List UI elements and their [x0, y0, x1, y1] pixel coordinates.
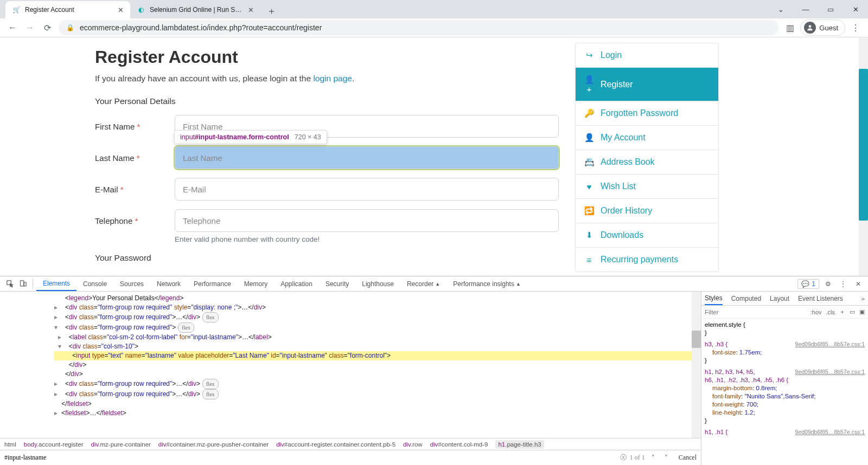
label-lastname: Last Name: [95, 153, 175, 163]
input-email[interactable]: [175, 178, 559, 201]
devtools-tab-memory[interactable]: Memory: [238, 276, 274, 291]
find-prev-icon[interactable]: ˄: [648, 453, 658, 463]
reload-button[interactable]: ⟳: [41, 22, 53, 34]
sidebar-item-label: Order History: [601, 206, 652, 216]
svg-rect-3: [24, 282, 26, 286]
devtools-tab-lighthouse[interactable]: Lighthouse: [355, 276, 400, 291]
sidebar-item-login[interactable]: ↪Login: [576, 43, 718, 68]
cls-toggle[interactable]: .cls: [826, 309, 835, 315]
find-cancel-button[interactable]: Cancel: [679, 454, 697, 462]
sidebar-item-recurring-payments[interactable]: ≡Recurring payments: [576, 248, 718, 272]
chrome-menu-icon[interactable]: ⋮: [850, 22, 861, 34]
guest-profile-chip[interactable]: Guest: [800, 20, 845, 36]
dom-scrollbar[interactable]: [692, 292, 701, 438]
crumb[interactable]: div#account-register.container.content.p…: [276, 441, 395, 448]
devtools-tab-performance[interactable]: Performance: [187, 276, 238, 291]
dom-breadcrumb[interactable]: html body.account-register div.mz-pure-c…: [0, 438, 701, 450]
sidebar-item-my-account[interactable]: 👤My Account: [576, 126, 718, 150]
styles-tab-layout[interactable]: Layout: [770, 295, 789, 302]
window-maximize-icon[interactable]: ▭: [818, 0, 843, 18]
issues-button[interactable]: 💬1: [797, 279, 819, 289]
devtools-tab-elements[interactable]: Elements: [36, 276, 76, 291]
sidebar-item-register[interactable]: 👤+Register: [576, 68, 718, 101]
side-panel-icon[interactable]: ▥: [784, 22, 796, 34]
devtools-settings-icon[interactable]: ⚙: [821, 277, 834, 290]
crumb[interactable]: body.account-register: [24, 441, 84, 448]
rule-source-link[interactable]: 9ed09db6f85…8b57e.css:1: [795, 368, 865, 376]
devtools-tab-console[interactable]: Console: [76, 276, 113, 291]
tooltip-selector: input#input-lastname.form-control: [180, 133, 289, 141]
sidebar-item-forgotten-password[interactable]: 🔑Forgotten Password: [576, 101, 718, 126]
window-close-icon[interactable]: ✕: [843, 0, 868, 18]
rule-source-link[interactable]: 9ed09db6f85…8b57e.css:1: [795, 428, 865, 436]
find-input[interactable]: [4, 454, 617, 462]
devtools-close-icon[interactable]: ✕: [852, 277, 865, 290]
sidebar-item-wish-list[interactable]: ♥Wish List: [576, 175, 718, 199]
crumb[interactable]: div#container.mz-pure-pusher-container: [158, 441, 269, 448]
telephone-help-text: Enter valid phone number with country co…: [175, 235, 559, 243]
crumb[interactable]: div.row: [403, 441, 423, 448]
devtools-tabs: Elements Console Sources Network Perform…: [36, 276, 527, 291]
page-scrollbar-thumb[interactable]: [859, 69, 868, 221]
styles-tab-computed[interactable]: Computed: [731, 295, 761, 302]
input-telephone[interactable]: [175, 209, 559, 232]
sidebar-item-order-history[interactable]: 🔁Order History: [576, 199, 718, 223]
styles-tab-styles[interactable]: Styles: [705, 294, 723, 305]
crumb[interactable]: div.mz-pure-container: [91, 441, 150, 448]
label-email: E-Mail: [95, 185, 175, 194]
login-page-link[interactable]: login page: [313, 74, 352, 83]
computed-toggle-icon[interactable]: ▭: [850, 308, 855, 315]
devtools-tab-recorder[interactable]: Recorder▲: [400, 276, 446, 291]
hov-toggle[interactable]: :hov: [810, 309, 822, 315]
legend-personal-details: Your Personal Details: [95, 96, 559, 106]
input-lastname[interactable]: [175, 146, 559, 169]
key-icon: 🔑: [584, 108, 594, 118]
rule-close: }: [705, 357, 865, 365]
inspect-element-icon[interactable]: [3, 277, 16, 290]
styles-filter-input[interactable]: [705, 309, 806, 315]
prop-name: font-weight: [712, 401, 743, 408]
styles-more-tabs-icon[interactable]: »: [861, 295, 865, 302]
new-tab-button[interactable]: ＋: [264, 3, 279, 18]
address-field[interactable]: 🔒 ecommerce-playground.lambdatest.io/ind…: [59, 20, 778, 35]
devtools-tab-security[interactable]: Security: [319, 276, 355, 291]
new-rule-icon[interactable]: ＋: [839, 308, 845, 316]
row-telephone: Telephone: [95, 209, 559, 232]
favicon-icon: ◐: [137, 5, 145, 14]
tab-selenium-grid[interactable]: ◐ Selenium Grid Online | Run Selen ✕: [130, 1, 260, 18]
crumb[interactable]: h1.page-title.h3: [495, 440, 544, 449]
forward-button[interactable]: →: [24, 22, 36, 34]
styles-tab-event-listeners[interactable]: Event Listeners: [798, 295, 843, 302]
tabs-dropdown-icon[interactable]: ⌄: [768, 0, 793, 18]
devtools-tab-perf-insights[interactable]: Performance insights▲: [446, 276, 527, 291]
styles-rules[interactable]: element.style { } h3, .h3 {9ed09db6f85…8…: [701, 319, 868, 465]
devtools-tab-sources[interactable]: Sources: [113, 276, 150, 291]
window-minimize-icon[interactable]: —: [793, 0, 818, 18]
page-scrollbar[interactable]: [859, 37, 868, 276]
prop-name: font-size: [712, 349, 736, 356]
back-button[interactable]: ←: [7, 22, 18, 34]
tab-close-icon[interactable]: ✕: [248, 6, 254, 14]
row-email: E-Mail: [95, 178, 559, 201]
rendering-icon[interactable]: ▣: [859, 308, 865, 315]
crumb[interactable]: div#content.col-md-9: [430, 441, 488, 448]
find-clear-icon[interactable]: ⓧ: [620, 453, 627, 462]
tab-register-account[interactable]: 🛒 Register Account ✕: [5, 1, 130, 18]
device-toolbar-icon[interactable]: [16, 277, 29, 290]
sidebar-item-downloads[interactable]: ⬇Downloads: [576, 223, 718, 248]
devtools-tab-application[interactable]: Application: [274, 276, 319, 291]
heart-icon: ♥: [584, 182, 594, 191]
tab-close-icon[interactable]: ✕: [118, 6, 124, 14]
main-column: Register Account If you already have an …: [95, 43, 559, 272]
window-controls: ⌄ — ▭ ✕: [768, 0, 868, 18]
crumb[interactable]: html: [4, 441, 16, 448]
address-book-icon: 📇: [584, 157, 594, 167]
devtools-tab-network[interactable]: Network: [150, 276, 187, 291]
rule-close: }: [705, 417, 865, 425]
find-next-icon[interactable]: ˅: [661, 453, 671, 463]
sidebar-item-address-book[interactable]: 📇Address Book: [576, 150, 718, 175]
rule-source-link[interactable]: 9ed09db6f85…8b57e.css:1: [795, 340, 865, 348]
dom-tree[interactable]: <legend>Your Personal Details</legend> ▸…: [0, 292, 692, 438]
devtools-menu-icon[interactable]: ⋮: [837, 277, 850, 290]
dom-scrollbar-thumb[interactable]: [692, 331, 701, 348]
